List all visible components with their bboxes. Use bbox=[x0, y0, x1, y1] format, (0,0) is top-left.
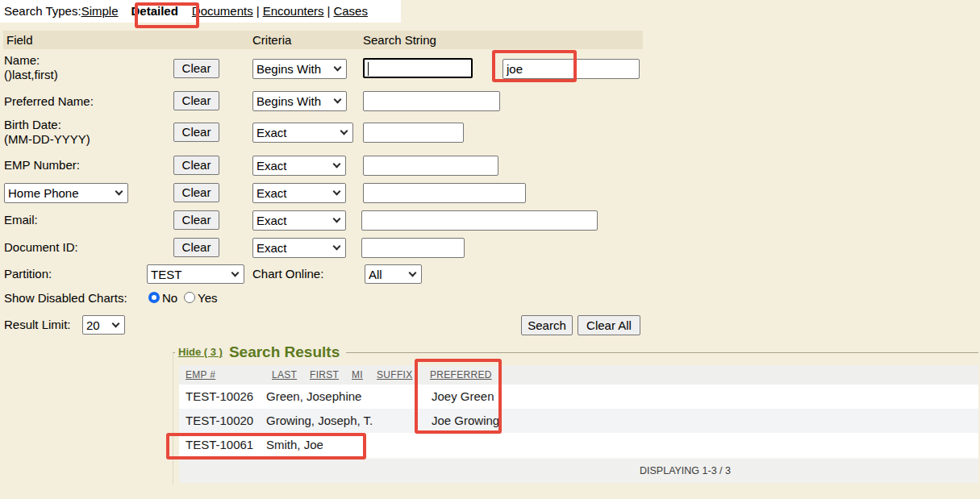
chevron-down-icon bbox=[112, 319, 120, 327]
form-column-headers: Field Criteria Search String bbox=[3, 31, 643, 49]
col-header-mi[interactable]: MI bbox=[352, 365, 363, 385]
tab-simple[interactable]: Simple bbox=[81, 4, 119, 18]
emp-number-clear-button[interactable]: Clear bbox=[173, 156, 219, 175]
partition-label: Partition: bbox=[4, 267, 52, 281]
search-types-bar: Search Types:SimpleDetailedDocuments|Enc… bbox=[0, 0, 401, 23]
results-pagination-bar: DISPLAYING 1-3 / 3 bbox=[179, 459, 978, 483]
name-search-input-1[interactable] bbox=[363, 58, 473, 78]
tab-detailed[interactable]: Detailed bbox=[131, 4, 177, 18]
patient-search-page: Search Types:SimpleDetailedDocuments|Enc… bbox=[0, 0, 980, 499]
results-table: EMP # LAST FIRST MI SUFFIX PREFERRED TES… bbox=[179, 365, 978, 483]
partition-select[interactable]: TEST bbox=[147, 264, 244, 284]
row-name: Green, Josephine bbox=[266, 385, 361, 409]
preferred-name-clear-button[interactable]: Clear bbox=[173, 91, 219, 110]
tab-encounters[interactable]: Encounters bbox=[263, 4, 324, 18]
phone-input[interactable] bbox=[363, 183, 526, 203]
search-types-label: Search Types: bbox=[4, 4, 81, 18]
chevron-down-icon bbox=[333, 160, 341, 168]
table-row[interactable]: TEST-10026 Green, Josephine Joey Green bbox=[179, 385, 978, 409]
col-header-emp[interactable]: EMP # bbox=[186, 365, 215, 385]
show-disabled-charts-label: Show Disabled Charts: bbox=[4, 291, 127, 306]
displaying-count: DISPLAYING 1-3 / 3 bbox=[640, 459, 731, 483]
show-disabled-no-label: No bbox=[162, 291, 177, 306]
emp-number-label: EMP Number: bbox=[4, 158, 80, 173]
emp-number-input[interactable] bbox=[363, 156, 498, 176]
text-cursor bbox=[368, 62, 369, 76]
col-header-suffix[interactable]: SUFFIX bbox=[377, 365, 412, 385]
chevron-down-icon bbox=[115, 188, 123, 196]
name-label: Name: ()last,first) bbox=[4, 53, 58, 82]
search-results-title: Search Results bbox=[229, 343, 340, 360]
chevron-down-icon bbox=[334, 64, 342, 72]
birth-date-clear-button[interactable]: Clear bbox=[173, 123, 219, 142]
chart-online-label: Chart Online: bbox=[252, 267, 323, 281]
chevron-down-icon bbox=[333, 188, 341, 196]
email-clear-button[interactable]: Clear bbox=[173, 210, 219, 230]
column-header-criteria: Criteria bbox=[252, 31, 291, 49]
row-emp-number: TEST-10020 bbox=[186, 409, 253, 433]
chevron-down-icon bbox=[333, 243, 341, 251]
phone-criteria-select[interactable]: Exact bbox=[252, 183, 346, 203]
table-row[interactable]: TEST-10061 Smith, Joe bbox=[179, 433, 978, 457]
result-limit-label: Result Limit: bbox=[4, 318, 71, 332]
phone-type-select[interactable]: Home Phone bbox=[4, 183, 128, 203]
row-preferred: Joey Green bbox=[432, 385, 494, 409]
row-preferred: Joe Growing bbox=[432, 409, 499, 433]
tab-cases[interactable]: Cases bbox=[333, 4, 368, 18]
chevron-down-icon bbox=[334, 96, 342, 104]
clear-all-button[interactable]: Clear All bbox=[578, 315, 640, 335]
results-table-header: EMP # LAST FIRST MI SUFFIX PREFERRED bbox=[179, 365, 978, 385]
birth-date-input[interactable] bbox=[363, 123, 464, 143]
tab-documents[interactable]: Documents bbox=[192, 4, 253, 18]
chart-online-select[interactable]: All bbox=[365, 264, 422, 284]
column-header-search-string: Search String bbox=[363, 31, 436, 49]
table-row[interactable]: TEST-10020 Growing, Joseph, T. Joe Growi… bbox=[179, 409, 978, 433]
phone-clear-button[interactable]: Clear bbox=[173, 183, 219, 202]
col-header-first[interactable]: FIRST bbox=[310, 365, 339, 385]
birth-date-criteria-select[interactable]: Exact bbox=[252, 123, 353, 143]
col-header-last[interactable]: LAST bbox=[272, 365, 297, 385]
emp-number-criteria-select[interactable]: Exact bbox=[252, 156, 346, 176]
row-name: Growing, Joseph, T. bbox=[266, 409, 373, 433]
tab-separator: | bbox=[256, 4, 260, 18]
name-clear-button[interactable]: Clear bbox=[173, 59, 219, 78]
chevron-down-icon bbox=[409, 268, 417, 277]
document-id-criteria-select[interactable]: Exact bbox=[252, 238, 346, 258]
email-criteria-select[interactable]: Exact bbox=[252, 210, 346, 231]
col-header-preferred[interactable]: PREFERRED bbox=[430, 365, 492, 385]
column-header-field: Field bbox=[6, 31, 33, 49]
show-disabled-yes-label: Yes bbox=[198, 291, 217, 306]
email-input[interactable] bbox=[361, 210, 598, 231]
document-id-label: Document ID: bbox=[4, 240, 78, 255]
birth-date-label: Birth Date: (MM-DD-YYYY) bbox=[4, 118, 90, 147]
name-criteria-select[interactable]: Begins With bbox=[252, 59, 347, 79]
preferred-name-input[interactable] bbox=[363, 91, 500, 111]
result-limit-select[interactable]: 20 bbox=[82, 315, 125, 335]
show-disabled-no-radio[interactable] bbox=[148, 292, 160, 303]
row-emp-number: TEST-10061 bbox=[186, 433, 253, 457]
search-results-legend: Hide ( 3 )Search Results bbox=[175, 343, 346, 361]
tab-separator: | bbox=[327, 4, 331, 18]
row-name: Smith, Joe bbox=[266, 433, 323, 457]
show-disabled-yes-radio[interactable] bbox=[184, 292, 195, 303]
document-id-input[interactable] bbox=[361, 238, 465, 258]
email-label: Email: bbox=[4, 213, 38, 227]
chevron-down-icon bbox=[231, 268, 240, 277]
search-button[interactable]: Search bbox=[521, 315, 573, 335]
hide-results-link[interactable]: Hide ( 3 ) bbox=[178, 346, 223, 358]
preferred-name-criteria-select[interactable]: Begins With bbox=[252, 91, 347, 111]
preferred-name-label: Preferred Name: bbox=[4, 94, 94, 109]
row-emp-number: TEST-10026 bbox=[186, 385, 253, 409]
document-id-clear-button[interactable]: Clear bbox=[173, 238, 219, 257]
chevron-down-icon bbox=[333, 215, 341, 223]
chevron-down-icon bbox=[340, 127, 348, 135]
name-search-input-2[interactable] bbox=[503, 59, 640, 79]
